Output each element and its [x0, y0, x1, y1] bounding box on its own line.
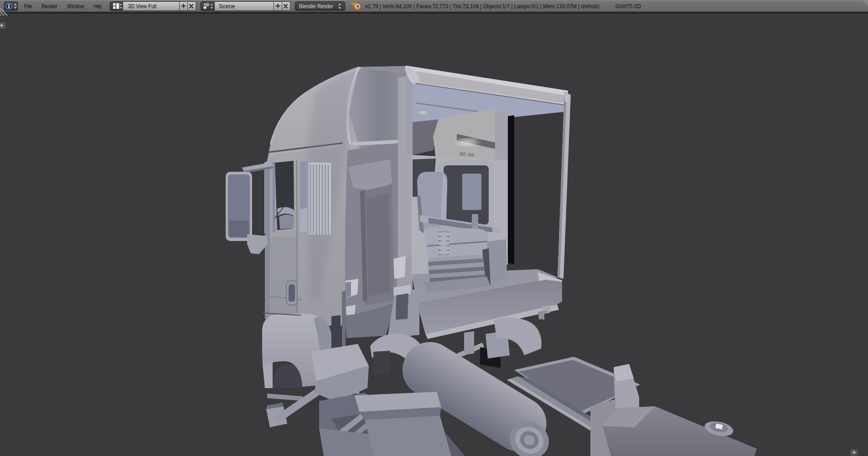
svg-text:Help: Help — [94, 3, 102, 10]
svg-text:Scene: Scene — [219, 3, 235, 10]
svg-text:Blender Render: Blender Render — [299, 3, 333, 10]
svg-text:GIANTS I3D: GIANTS I3D — [615, 3, 641, 10]
svg-text:File: File — [24, 3, 32, 10]
svg-text:v2.79 | Verts:84,100 | Faces:7: v2.79 | Verts:84,100 | Faces:72,773 | Tr… — [365, 3, 599, 10]
svg-text:Window: Window — [67, 3, 84, 10]
svg-text:3D View Full: 3D View Full — [128, 3, 156, 10]
svg-text:Render: Render — [41, 3, 57, 10]
